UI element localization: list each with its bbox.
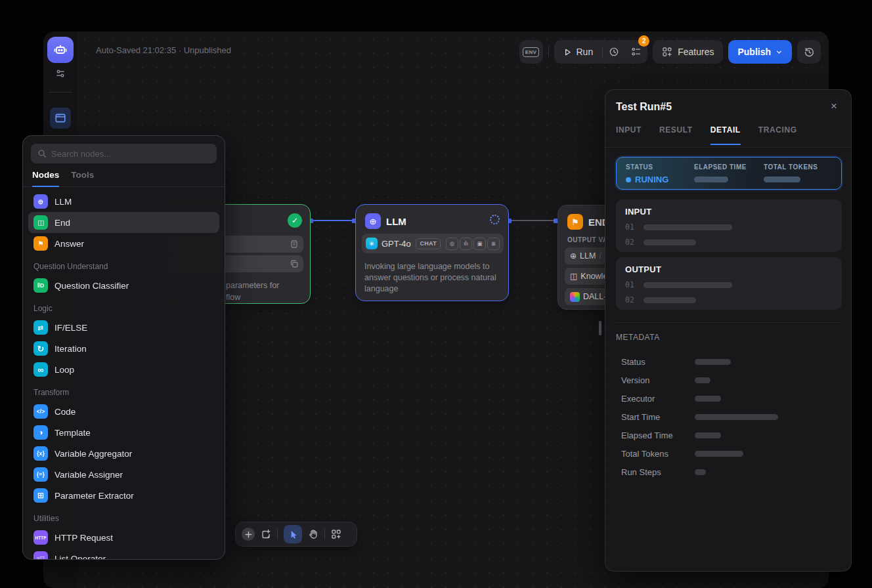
node-item-parameter-extractor[interactable]: ⊞ Parameter Extractor xyxy=(28,485,219,506)
input-card: INPUT 01 02 xyxy=(616,200,842,252)
metadata-divider xyxy=(616,322,840,323)
node-item-variable-aggregator[interactable]: {x} Variable Aggregator xyxy=(28,443,219,464)
toolbar-divider xyxy=(324,529,325,539)
iteration-icon: ↻ xyxy=(33,341,48,356)
robot-icon xyxy=(53,42,68,58)
node-item-end[interactable]: ◫ End xyxy=(28,212,219,233)
app-root: Auto-Saved 21:02:35 · Unpublished ENV Ru… xyxy=(0,0,872,588)
version-history-button[interactable] xyxy=(797,40,821,64)
edge-start-to-llm xyxy=(312,220,355,221)
node-item-code[interactable]: </> Code xyxy=(28,401,219,422)
question-classifier-icon: ‖D xyxy=(33,278,48,293)
node-list: ⊕ LLM ◫ End ⚑ Answer Question Understand… xyxy=(23,187,225,560)
metadata-row-run-steps: Run Steps xyxy=(621,467,838,477)
section-question-understand: Question Understand xyxy=(28,254,219,275)
run-label: Run xyxy=(577,47,594,57)
node-item-loop[interactable]: ∞ Loop xyxy=(28,359,219,380)
node-item-if-else[interactable]: ⇄ IF/ELSE xyxy=(28,317,219,338)
metadata-row-status: Status xyxy=(621,357,838,367)
input-card-title: INPUT xyxy=(625,207,833,217)
organize-nodes-button[interactable] xyxy=(331,529,341,539)
http-request-icon: HTTP xyxy=(33,530,48,545)
add-node-button[interactable] xyxy=(242,528,255,541)
panel-resize-handle[interactable] xyxy=(599,321,601,335)
metadata-row-elapsed-time: Elapsed Time xyxy=(621,430,838,440)
node-item-variable-assigner[interactable]: {=} Variable Assigner xyxy=(28,464,219,485)
notification-badge: 2 xyxy=(638,35,649,47)
vision-icon: ◎ xyxy=(446,238,458,250)
features-icon xyxy=(662,47,672,57)
input-skeleton xyxy=(643,240,696,245)
features-label: Features xyxy=(678,47,714,57)
copy-icon xyxy=(290,259,299,268)
tab-result[interactable]: RESULT xyxy=(659,125,693,145)
tab-tracing[interactable]: TRACING xyxy=(758,125,797,145)
audio-icon: ılı xyxy=(460,238,472,250)
app-logo[interactable] xyxy=(47,37,74,63)
node-item-http-request[interactable]: HTTP HTTP Request xyxy=(28,527,219,548)
workflow-settings-button[interactable] xyxy=(55,68,66,79)
topbar-divider xyxy=(548,45,549,58)
list-operator-icon: ≡▽ xyxy=(33,551,48,560)
metadata-skeleton xyxy=(695,414,778,420)
running-spinner-icon xyxy=(490,215,500,224)
plus-icon xyxy=(245,531,252,538)
node-item-list-operator[interactable]: ≡▽ List Operator xyxy=(28,548,219,560)
node-item-template[interactable]: ◑ Template xyxy=(28,422,219,443)
openai-icon: ✳ xyxy=(366,238,378,249)
node-item-iteration[interactable]: ↻ Iteration xyxy=(28,338,219,359)
success-check-icon: ✓ xyxy=(288,213,302,228)
checklist-button[interactable]: 2 xyxy=(625,40,647,64)
running-dot-icon xyxy=(626,177,631,182)
metadata-skeleton xyxy=(695,432,721,438)
note-icon xyxy=(261,529,271,539)
preview-button[interactable] xyxy=(50,108,71,129)
tabs-divider xyxy=(605,147,851,148)
topbar-actions: ENV Run xyxy=(519,40,821,64)
metadata-row-start-time: Start Time xyxy=(621,412,838,422)
llm-node-description: Invoking large language models to answer… xyxy=(364,261,500,295)
node-search-input[interactable] xyxy=(51,149,210,159)
section-logic: Logic xyxy=(28,296,219,317)
close-icon: × xyxy=(831,100,837,113)
tab-detail[interactable]: DETAIL xyxy=(710,125,741,145)
node-item-question-classifier[interactable]: ‖D Question Classifier xyxy=(28,275,219,296)
section-utilities: Utilities xyxy=(28,506,219,527)
close-panel-button[interactable]: × xyxy=(826,98,842,114)
rail-divider xyxy=(49,92,72,93)
metadata-skeleton xyxy=(695,377,710,383)
tab-nodes[interactable]: Nodes xyxy=(32,170,59,187)
publish-button[interactable]: Publish xyxy=(728,40,792,64)
parameter-extractor-icon: ⊞ xyxy=(33,488,48,503)
organize-icon xyxy=(331,529,341,539)
status-value: RUNING xyxy=(626,175,694,184)
node-item-llm[interactable]: ⊕ LLM xyxy=(28,191,219,212)
pointer-tool-button[interactable] xyxy=(284,525,302,543)
llm-node[interactable]: ⊕ LLM ✳ GPT-4o CHAT ◎ ılı ▣ ≣ Invoking l… xyxy=(355,204,509,301)
llm-node-title: LLM xyxy=(386,216,406,227)
run-history-button[interactable] xyxy=(603,40,625,64)
node-panel-tabs: Nodes Tools xyxy=(23,170,225,187)
env-button[interactable]: ENV xyxy=(519,40,543,64)
features-button[interactable]: Features xyxy=(653,40,723,64)
llm-icon: ⊕ xyxy=(365,213,381,229)
tab-tools[interactable]: Tools xyxy=(71,170,94,186)
knowledge-icon: ◫ xyxy=(570,272,577,281)
total-tokens-label: TOTAL TOKENS xyxy=(764,163,818,171)
template-icon: ◑ xyxy=(33,425,48,440)
run-button[interactable]: Run xyxy=(554,47,603,57)
add-note-button[interactable] xyxy=(261,529,271,539)
metadata-title: METADATA xyxy=(616,333,660,342)
document-icon: ≣ xyxy=(487,238,500,250)
run-panel-title: Test Run#5 xyxy=(616,101,672,113)
row-number: 02 xyxy=(625,238,636,247)
node-search[interactable] xyxy=(31,144,217,163)
publish-label: Publish xyxy=(737,47,771,57)
hand-tool-button[interactable] xyxy=(308,529,318,539)
dalle-icon xyxy=(570,292,580,302)
model-selector[interactable]: ✳ GPT-4o CHAT ◎ ılı ▣ ≣ xyxy=(362,234,504,253)
tab-input[interactable]: INPUT xyxy=(616,125,642,145)
play-icon xyxy=(563,48,572,56)
node-item-answer[interactable]: ⚑ Answer xyxy=(28,233,219,254)
total-tokens-skeleton xyxy=(764,177,800,182)
